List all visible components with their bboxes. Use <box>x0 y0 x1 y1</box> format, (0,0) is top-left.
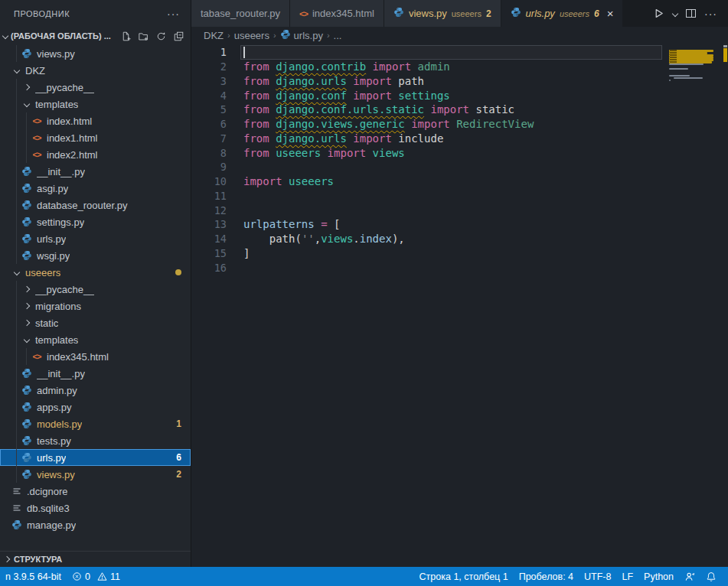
code-text: from django.views.generic import Redirec… <box>227 118 534 130</box>
tree-item-models.py[interactable]: models.py1 <box>0 415 191 432</box>
code-text: urlpatterns = [ <box>227 218 340 230</box>
code-line[interactable]: 11 <box>191 189 728 203</box>
python-version-item[interactable]: n 3.9.5 64-bit <box>0 567 67 586</box>
code-text: from useeers import views <box>227 147 405 159</box>
code-line[interactable]: 5from django.conf.urls.static import sta… <box>191 103 728 117</box>
tab-index345.html[interactable]: <>index345.html <box>290 0 384 27</box>
file-icon <box>11 503 23 513</box>
tree-item-urls.py[interactable]: urls.py <box>0 230 191 247</box>
close-icon[interactable]: × <box>607 7 614 20</box>
tree-item-index.html[interactable]: <>index.html <box>0 112 191 129</box>
code-line[interactable]: 6from django.views.generic import Redire… <box>191 117 728 132</box>
code-line[interactable]: 1 <box>191 45 728 60</box>
code-line[interactable]: 16 <box>191 260 728 275</box>
tree-item-__init__.py[interactable]: __init__.py <box>0 365 191 382</box>
feedback-icon[interactable] <box>679 567 700 586</box>
tree-item-templates[interactable]: templates <box>0 96 191 112</box>
tree-item-index345.html[interactable]: <>index345.html <box>0 348 191 365</box>
run-dropdown-icon[interactable] <box>673 11 677 16</box>
code-line[interactable]: 15] <box>191 246 728 261</box>
code-line[interactable]: 9 <box>191 160 728 174</box>
tree-item-views.py[interactable]: views.py <box>0 45 191 62</box>
code-line[interactable]: 10import useeers <box>191 174 728 189</box>
code-editor[interactable]: 12from django.contrib import admin3from … <box>191 44 728 567</box>
code-lines: 12from django.contrib import admin3from … <box>191 45 728 275</box>
more-actions-icon[interactable]: ··· <box>167 8 180 20</box>
new-folder-icon[interactable] <box>137 30 149 42</box>
code-line[interactable]: 12 <box>191 203 728 217</box>
code-token: django.conf <box>276 90 347 102</box>
refresh-icon[interactable] <box>155 30 167 42</box>
breadcrumb-item-DKZ[interactable]: DKZ <box>204 30 224 41</box>
tree-item-views.py[interactable]: views.py2 <box>0 466 191 483</box>
indent-guide <box>16 466 17 483</box>
code-line[interactable]: 8from useeers import views <box>191 145 728 160</box>
more-actions-icon[interactable]: ··· <box>704 8 717 20</box>
tree-item-urls.py[interactable]: urls.py6 <box>0 449 191 466</box>
tree-item-templates[interactable]: templates <box>0 331 191 348</box>
status-cursor-position[interactable]: Строка 1, столбец 1 <box>414 567 514 586</box>
code-token: django.urls <box>276 132 347 145</box>
tree-item-tests.py[interactable]: tests.py <box>0 432 191 449</box>
tree-item-__init__.py[interactable]: __init__.py <box>0 163 191 180</box>
line-number: 12 <box>191 204 227 216</box>
code-line[interactable]: 2from django.contrib import admin <box>191 60 728 74</box>
tree-item-db.sqlite3[interactable]: db.sqlite3 <box>0 500 191 516</box>
bell-icon[interactable] <box>700 567 722 586</box>
tree-item-migrations[interactable]: migrations <box>0 298 191 314</box>
outline-section-header[interactable]: СТРУКТУРА <box>0 551 191 567</box>
tree-item-.dcignore[interactable]: .dcignore <box>0 483 191 500</box>
python-icon <box>21 183 33 194</box>
explorer-sidebar: ПРОВОДНИК ··· (РАБОЧАЯ ОБЛАСТЬ) ... <box>0 0 191 567</box>
tree-item-static[interactable]: static <box>0 314 191 331</box>
tree-item-admin.py[interactable]: admin.py <box>0 382 191 399</box>
tree-item-asgi.py[interactable]: asgi.py <box>0 180 191 197</box>
tree-item-manage.py[interactable]: manage.py <box>0 516 191 533</box>
status-encoding[interactable]: UTF-8 <box>579 567 616 586</box>
status-language-mode[interactable]: Python <box>638 567 679 586</box>
status-eol[interactable]: LF <box>616 567 638 586</box>
tree-item-useeers[interactable]: useeers <box>0 264 191 281</box>
line-number: 4 <box>191 90 227 102</box>
tab-urls.py[interactable]: urls.pyuseeers6× <box>501 0 624 27</box>
code-token: . <box>353 233 359 245</box>
status-left: n 3.9.5 64-bit 0 11 <box>0 567 126 586</box>
collapse-all-icon[interactable] <box>172 30 184 42</box>
code-token: include <box>398 132 443 145</box>
tree-item-index1.html[interactable]: <>index1.html <box>0 129 191 146</box>
line-number: 1 <box>191 46 227 58</box>
split-editor-icon[interactable] <box>686 9 696 18</box>
breadcrumb-label: DKZ <box>204 30 224 41</box>
problem-badge: 6 <box>176 452 191 463</box>
tab-problem-badge: 2 <box>486 8 491 19</box>
tab-bar: tabase_roouter.py<>index345.htmlviews.py… <box>191 0 728 27</box>
run-button[interactable] <box>653 8 664 19</box>
tree-item-settings.py[interactable]: settings.py <box>0 213 191 230</box>
problems-item[interactable]: 0 11 <box>67 567 126 586</box>
breadcrumb-item-useeers[interactable]: useeers <box>234 30 269 41</box>
breadcrumb-item-urls.py[interactable]: urls.py <box>280 29 323 42</box>
tree-item-database_roouter.py[interactable]: database_roouter.py <box>0 197 191 213</box>
code-line[interactable]: 13urlpatterns = [ <box>191 217 728 232</box>
status-indentation[interactable]: Пробелов: 4 <box>514 567 579 586</box>
tree-item-__pycache__[interactable]: __pycache__ <box>0 281 191 298</box>
breadcrumb-item-...[interactable]: ... <box>334 30 342 41</box>
workspace-section-header[interactable]: (РАБОЧАЯ ОБЛАСТЬ) ... <box>0 27 191 45</box>
tree-item-__pycache__[interactable]: __pycache__ <box>0 79 191 96</box>
tree-item-apps.py[interactable]: apps.py <box>0 399 191 415</box>
tree-item-DKZ[interactable]: DKZ <box>0 62 191 79</box>
tab-tabase_roouter.py[interactable]: tabase_roouter.py <box>191 0 290 27</box>
indent-guide <box>16 112 17 129</box>
code-line[interactable]: 3from django.urls import path <box>191 74 728 89</box>
tab-views.py[interactable]: views.pyuseeers2 <box>384 0 501 27</box>
tree-item-wsgi.py[interactable]: wsgi.py <box>0 247 191 264</box>
code-line[interactable]: 7from django.urls import include <box>191 132 728 146</box>
new-file-icon[interactable] <box>119 30 132 42</box>
tree-item-index2.html[interactable]: <>index2.html <box>0 146 191 163</box>
code-line[interactable]: 14 path('',views.index), <box>191 232 728 246</box>
code-line[interactable]: 4from django.conf import settings <box>191 88 728 103</box>
code-token: django.conf.urls.static <box>276 103 424 116</box>
html-icon: <> <box>299 8 308 19</box>
code-token: urlpatterns <box>243 218 321 230</box>
code-token: from <box>243 118 276 130</box>
